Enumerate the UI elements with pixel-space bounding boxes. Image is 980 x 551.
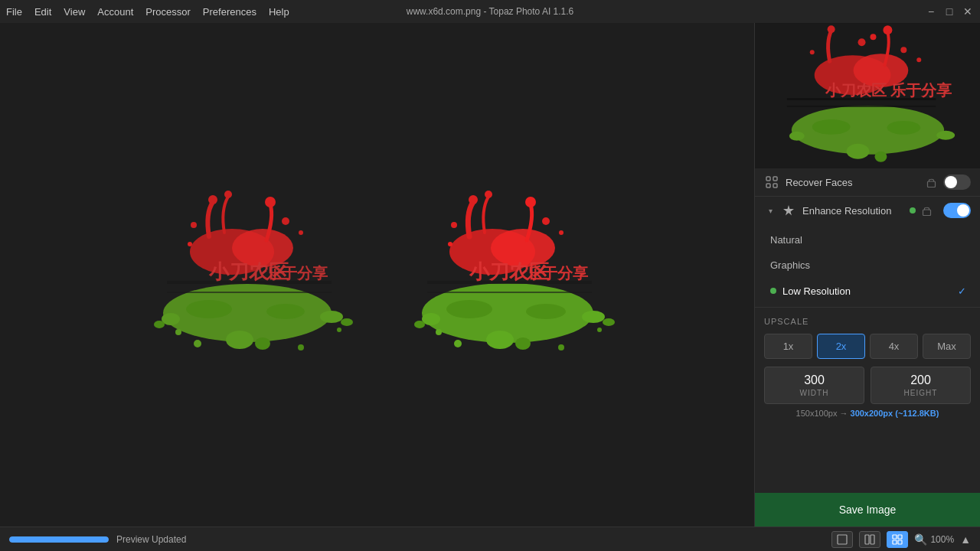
svg-rect-82 <box>898 535 902 539</box>
svg-point-15 <box>298 344 304 350</box>
upscale-section: UPSCALE 1x 2x 4x Max 300 WIDTH 200 HEIGH… <box>755 308 980 427</box>
mode-natural[interactable]: Natural <box>755 227 980 253</box>
enhance-resolution-toggle[interactable] <box>943 203 971 218</box>
svg-rect-25 <box>167 292 332 293</box>
svg-point-40 <box>454 340 462 347</box>
main-layout: 小刀农区 乐于分享 <box>0 23 980 527</box>
svg-point-66 <box>916 57 921 62</box>
size-info-highlight: 300x200px (~112.8KB) <box>851 409 939 418</box>
menu-file[interactable]: File <box>6 6 22 18</box>
svg-point-5 <box>320 311 343 323</box>
window-controls: − □ ✕ <box>925 5 974 18</box>
svg-point-28 <box>526 304 566 319</box>
svg-point-19 <box>282 217 289 225</box>
width-value: 300 <box>771 373 858 387</box>
svg-point-18 <box>191 222 197 228</box>
svg-point-2 <box>266 304 305 319</box>
svg-point-67 <box>858 38 866 46</box>
svg-point-38 <box>485 191 492 198</box>
svg-rect-75 <box>773 184 777 187</box>
image-after: 小刀农区 乐于分享 <box>393 191 622 359</box>
save-image-button[interactable]: Save Image <box>755 493 980 527</box>
svg-point-11 <box>208 195 217 204</box>
svg-rect-78 <box>838 535 847 544</box>
maximize-button[interactable]: □ <box>943 5 956 18</box>
zoom-icon[interactable]: 🔍 <box>914 533 927 546</box>
menu-bar: File Edit View Account Processor Prefere… <box>6 6 289 18</box>
width-label: WIDTH <box>771 389 858 397</box>
svg-point-65 <box>900 47 906 53</box>
mode-low-resolution[interactable]: Low Resolution ✓ <box>755 278 980 304</box>
size-info: 150x100px → 300x200px (~112.8KB) <box>764 409 971 418</box>
svg-rect-77 <box>923 210 930 216</box>
svg-point-34 <box>515 337 531 350</box>
upscale-2x-button[interactable]: 2x <box>817 334 865 359</box>
svg-point-8 <box>255 337 270 350</box>
svg-point-41 <box>558 344 564 350</box>
svg-point-32 <box>603 318 615 326</box>
svg-point-47 <box>448 242 452 246</box>
upscale-section-label: UPSCALE <box>764 317 971 326</box>
mode-low-resolution-label: Low Resolution <box>782 285 956 297</box>
close-button[interactable]: ✕ <box>962 5 974 18</box>
width-box: 300 WIDTH <box>764 367 864 404</box>
svg-point-31 <box>582 311 605 323</box>
menu-processor[interactable]: Processor <box>145 6 191 18</box>
progress-bar-fill <box>9 536 109 543</box>
svg-rect-71 <box>787 106 936 107</box>
svg-point-30 <box>414 321 425 328</box>
menu-help[interactable]: Help <box>269 6 289 18</box>
enhance-resolution-header[interactable]: ▾ Enhance Resolution <box>755 197 980 224</box>
svg-text:小刀农区 乐于分享: 小刀农区 乐于分享 <box>825 82 952 99</box>
svg-rect-83 <box>893 540 897 544</box>
svg-point-14 <box>194 340 201 347</box>
minimize-button[interactable]: − <box>925 5 937 18</box>
right-panel: 小刀农区 乐于分享 Recover Faces <box>754 23 980 527</box>
svg-rect-51 <box>427 292 592 293</box>
canvas-images: 小刀农区 乐于分享 <box>132 191 622 359</box>
enhance-chevron-icon: ▾ <box>764 204 776 217</box>
view-split-h-button[interactable] <box>859 531 880 548</box>
window-title: www.x6d.com.png - Topaz Photo AI 1.1.6 <box>407 6 574 17</box>
menu-edit[interactable]: Edit <box>34 6 51 18</box>
svg-point-58 <box>847 144 870 159</box>
height-box: 200 HEIGHT <box>871 367 971 404</box>
svg-point-4 <box>154 321 165 328</box>
menu-view[interactable]: View <box>64 6 85 18</box>
zoom-level-text: 100% <box>930 534 954 545</box>
recover-faces-row: Recover Faces <box>755 168 980 197</box>
view-single-button[interactable] <box>831 531 853 548</box>
svg-point-46 <box>559 230 564 235</box>
svg-point-6 <box>341 318 353 326</box>
view-grid-button[interactable] <box>887 531 908 548</box>
face-icon <box>764 174 779 190</box>
svg-point-43 <box>597 328 602 332</box>
svg-point-62 <box>828 25 835 33</box>
dimensions-row: 300 WIDTH 200 HEIGHT <box>764 367 971 404</box>
menu-preferences[interactable]: Preferences <box>203 6 256 18</box>
upscale-1x-button[interactable]: 1x <box>764 334 812 359</box>
recover-faces-toggle[interactable] <box>943 174 971 190</box>
svg-point-57 <box>936 131 955 140</box>
low-resolution-active-dot <box>770 288 776 294</box>
svg-text:乐于分享: 乐于分享 <box>266 265 328 282</box>
svg-point-54 <box>812 119 851 135</box>
svg-rect-79 <box>865 535 869 544</box>
svg-point-39 <box>525 197 536 207</box>
svg-point-45 <box>542 217 550 225</box>
enhance-resolution-icon <box>781 203 796 218</box>
progress-bar-container <box>9 536 109 543</box>
upscale-max-button[interactable]: Max <box>923 334 971 359</box>
svg-point-13 <box>265 197 276 207</box>
svg-point-20 <box>299 230 303 235</box>
menu-account[interactable]: Account <box>97 6 133 18</box>
scroll-up-button[interactable]: ▲ <box>960 533 971 546</box>
svg-rect-84 <box>898 540 902 544</box>
mode-graphics[interactable]: Graphics <box>755 253 980 278</box>
svg-point-16 <box>175 329 181 335</box>
upscale-4x-button[interactable]: 4x <box>870 334 918 359</box>
enhance-resolution-label: Enhance Resolution <box>802 205 910 217</box>
enhance-lock-icon <box>920 204 933 217</box>
mode-graphics-label: Graphics <box>770 259 968 271</box>
svg-text:乐于分享: 乐于分享 <box>527 265 589 282</box>
